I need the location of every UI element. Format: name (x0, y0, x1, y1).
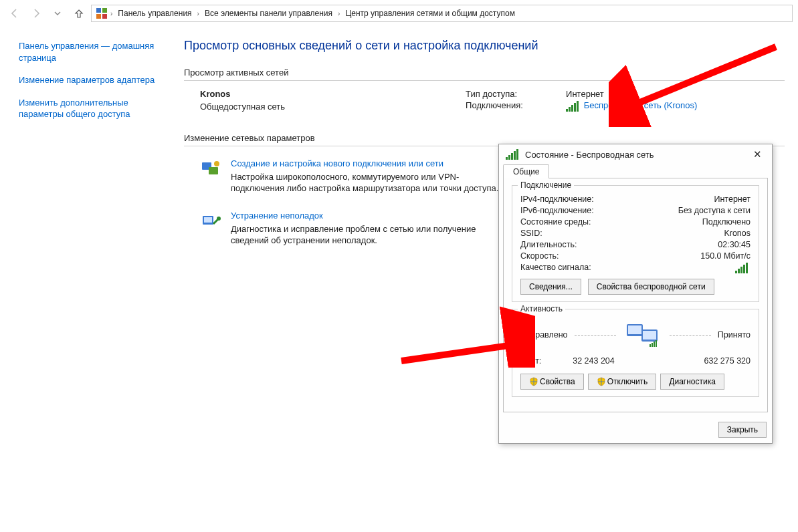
sidebar-link-home[interactable]: Панель управления — домашняя страница (19, 40, 163, 63)
section-change-settings: Изменение сетевых параметров (184, 133, 785, 143)
wireless-properties-button[interactable]: Свойства беспроводной сети (588, 279, 714, 295)
sidebar-link-sharing[interactable]: Изменить дополнительные параметры общего… (19, 97, 163, 120)
group-activity-legend: Активность (518, 304, 565, 313)
svg-rect-2 (96, 14, 101, 19)
breadcrumb-seg-1[interactable]: Панель управления (115, 9, 194, 18)
task-new-connection-link[interactable]: Создание и настройка нового подключения … (231, 158, 443, 168)
svg-rect-15 (652, 343, 653, 347)
svg-rect-11 (628, 325, 641, 334)
task-new-connection-desc: Настройка широкополосного, коммутируемог… (231, 171, 512, 194)
disconnect-button[interactable]: Отключить (588, 374, 657, 390)
address-bar: › Панель управления › Все элементы панел… (0, 0, 798, 27)
tab-general[interactable]: Общие (503, 164, 549, 178)
access-type-label: Тип доступа: (466, 89, 566, 99)
ssid-label: SSID: (520, 229, 542, 238)
dialog-title: Состояние - Беспроводная сеть (525, 150, 748, 160)
duration-label: Длительность: (520, 240, 577, 249)
speed-label: Скорость: (520, 251, 559, 261)
diagnose-button[interactable]: Диагностика (660, 374, 724, 390)
ipv6-value: Без доступа к сети (678, 206, 751, 215)
close-button-footer[interactable]: Закрыть (718, 422, 767, 438)
svg-rect-1 (102, 8, 107, 13)
breadcrumb-seg-3[interactable]: Центр управления сетями и общим доступом (342, 9, 518, 18)
bytes-received-value: 632 275 320 (704, 356, 751, 366)
ssid-value: Kronos (724, 229, 751, 238)
ipv4-label: IPv4-подключение: (520, 194, 594, 204)
media-value: Подключено (702, 217, 751, 227)
dash-divider (670, 335, 711, 336)
shield-icon (529, 377, 538, 386)
dash-divider (575, 335, 616, 336)
duration-value: 02:30:45 (718, 240, 751, 249)
svg-rect-3 (102, 14, 107, 19)
properties-button-label: Свойства (540, 377, 575, 386)
tab-panel: Подключение IPv4-подключение:Интернет IP… (503, 178, 768, 412)
connection-link[interactable]: Беспроводная сеть (Kronos) (584, 100, 698, 110)
chevron-right-icon: › (197, 10, 199, 17)
network-kind: Общедоступная сеть (200, 102, 285, 112)
group-activity: Активность Отправлено (512, 309, 759, 397)
properties-button[interactable]: Свойства (520, 374, 584, 390)
network-name: Kronos (200, 89, 285, 99)
new-connection-icon (200, 158, 221, 180)
up-button[interactable] (70, 4, 88, 23)
svg-rect-0 (96, 8, 101, 13)
status-dialog: Состояние - Беспроводная сеть ✕ Общие По… (498, 144, 773, 444)
signal-quality-label: Качество сигнала: (520, 263, 591, 273)
task-troubleshoot-link[interactable]: Устранение неполадок (231, 211, 323, 221)
svg-rect-8 (204, 217, 212, 223)
troubleshoot-icon (200, 211, 221, 232)
breadcrumb-seg-2[interactable]: Все элементы панели управления (202, 9, 335, 18)
disconnect-button-label: Отключить (607, 377, 648, 386)
svg-rect-17 (656, 340, 657, 347)
svg-rect-5 (209, 167, 218, 174)
svg-rect-16 (654, 342, 655, 347)
media-label: Состояние среды: (520, 217, 591, 227)
recent-dropdown[interactable] (48, 4, 67, 23)
access-type-value: Интернет (566, 89, 604, 99)
svg-point-9 (217, 217, 221, 221)
address-path[interactable]: › Панель управления › Все элементы панел… (91, 5, 793, 22)
sidebar-link-adapter[interactable]: Изменение параметров адаптера (19, 74, 163, 86)
section-active-networks: Просмотр активных сетей (184, 68, 785, 78)
dialog-titlebar[interactable]: Состояние - Беспроводная сеть ✕ (499, 144, 772, 164)
svg-rect-14 (650, 344, 651, 347)
control-panel-icon (96, 7, 108, 19)
received-label: Принято (718, 330, 751, 340)
connections-label: Подключения: (466, 100, 566, 112)
page-title: Просмотр основных сведений о сети и наст… (184, 39, 785, 53)
group-connection: Подключение IPv4-подключение:Интернет IP… (512, 185, 759, 302)
svg-rect-13 (643, 331, 656, 340)
sidebar: Панель управления — домашняя страница Из… (0, 27, 171, 265)
activity-monitors-icon (623, 320, 663, 350)
back-button[interactable] (5, 4, 24, 23)
close-button[interactable]: ✕ (748, 148, 767, 160)
details-button[interactable]: Сведения... (520, 279, 581, 295)
chevron-right-icon: › (110, 10, 112, 17)
wifi-signal-icon (735, 263, 748, 273)
speed-value: 150.0 Мбит/с (700, 251, 751, 261)
chevron-right-icon: › (338, 10, 340, 17)
wifi-signal-icon (506, 149, 518, 160)
shield-icon (597, 377, 606, 386)
sent-label: Отправлено (520, 330, 568, 340)
bytes-label: Байт: (520, 356, 541, 366)
bytes-sent-value: 32 243 204 (573, 356, 615, 366)
wifi-signal-icon (566, 101, 579, 112)
ipv4-value: Интернет (714, 194, 751, 204)
forward-button[interactable] (27, 4, 45, 23)
svg-point-6 (214, 161, 219, 166)
group-connection-legend: Подключение (518, 180, 574, 190)
network-block: Kronos Общедоступная сеть Тип доступа: И… (184, 89, 785, 113)
task-troubleshoot-desc: Диагностика и исправление проблем с сеть… (231, 223, 512, 247)
ipv6-label: IPv6-подключение: (520, 206, 594, 215)
divider (184, 80, 785, 81)
